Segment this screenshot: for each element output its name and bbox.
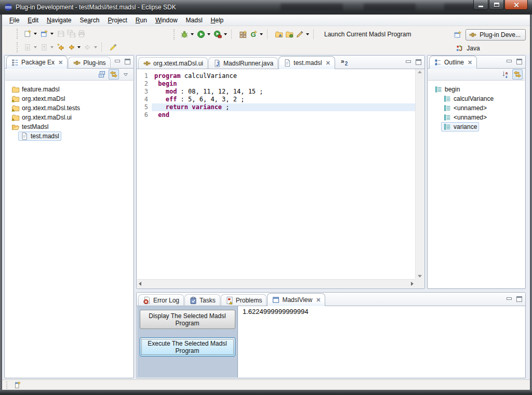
tab-problems[interactable]: Problems: [221, 294, 267, 306]
run-button[interactable]: [196, 29, 206, 40]
menu-edit[interactable]: Edit: [23, 15, 43, 25]
back-button[interactable]: [66, 42, 76, 52]
minimize-view-icon[interactable]: [406, 60, 411, 63]
minimize-view-icon[interactable]: [115, 60, 120, 62]
collapse-all-button[interactable]: [97, 69, 107, 80]
run-ext-dropdown-icon[interactable]: [224, 33, 227, 35]
spy-pen-dropdown-icon[interactable]: [306, 33, 309, 35]
tab-madslview[interactable]: MadslView✕: [267, 293, 325, 306]
new-wizard-icon: [23, 30, 32, 38]
plugin-grid-button[interactable]: [238, 29, 248, 40]
perspective-plugin-dev-button[interactable]: Plug-in Deve...: [466, 29, 526, 41]
vertical-scrollbar[interactable]: [415, 69, 424, 279]
g-star-dropdown-icon[interactable]: [260, 33, 263, 35]
folder-a-button[interactable]: A: [274, 29, 284, 40]
tab-close-icon[interactable]: ✕: [316, 297, 321, 303]
minimize-view-icon[interactable]: [507, 60, 512, 62]
code-line-6[interactable]: end: [152, 111, 415, 119]
scroll-down-icon[interactable]: [418, 275, 422, 278]
menu-project[interactable]: Project: [103, 15, 131, 25]
menu-madsl[interactable]: Madsl: [182, 15, 207, 25]
tab-close-icon[interactable]: ✕: [468, 60, 472, 65]
code-editor[interactable]: 123456 program calculVariance begin mod …: [137, 69, 424, 288]
keyword-token: begin: [158, 80, 177, 87]
sort-button[interactable]: az: [500, 69, 511, 80]
scroll-up-icon[interactable]: [418, 71, 422, 73]
tree-item-unnamed[interactable]: <unnamed>: [428, 113, 525, 122]
new-wizard-button[interactable]: [22, 29, 33, 39]
code-line-3[interactable]: mod : 08, 11, 12, 14, 15 ;: [152, 88, 415, 96]
link-editor-button[interactable]: [512, 69, 523, 80]
tree-item-unnamed[interactable]: <unnamed>: [428, 103, 525, 113]
tab-package-ex[interactable]: Package Ex✕: [6, 56, 68, 69]
tab-outline[interactable]: Outline✕: [429, 56, 477, 69]
menu-file[interactable]: File: [5, 15, 23, 25]
more-tabs-chevron[interactable]: »2: [341, 58, 348, 67]
menu-search[interactable]: Search: [75, 15, 103, 25]
tab-org-xtext-madsl-ui[interactable]: org.xtext.maDsl.ui: [138, 57, 208, 69]
menu-help[interactable]: Help: [207, 15, 228, 25]
maximize-button[interactable]: [489, 0, 504, 10]
tree-item-testmadsl[interactable]: testMadsl: [5, 122, 133, 131]
tab-madslrunner-java[interactable]: JMadslRunner.java: [208, 57, 278, 69]
tab-label: MadslRunner.java: [223, 60, 273, 67]
link-editor-button[interactable]: [109, 69, 119, 80]
tab-tasks[interactable]: Tasks: [184, 294, 220, 306]
tree-item-feature-madsl[interactable]: feature.madsl: [5, 85, 133, 94]
minimize-view-icon[interactable]: [507, 297, 512, 300]
open-perspective-button[interactable]: [453, 30, 463, 40]
plugin-perspective-icon: [469, 31, 477, 39]
maximize-view-icon[interactable]: [125, 59, 130, 64]
folder-pkg-button[interactable]: [284, 29, 295, 40]
tab-test-madsl[interactable]: test.madsl✕: [278, 56, 335, 69]
tab-plug-ins[interactable]: Plug-ins: [68, 57, 110, 68]
code-line-1[interactable]: program calculVariance: [152, 72, 415, 80]
tab-close-icon[interactable]: ✕: [326, 60, 330, 66]
code-line-5[interactable]: return variance ;: [152, 103, 415, 111]
tree-item-test-madsl[interactable]: test.madsl: [5, 131, 133, 141]
minimize-button[interactable]: [473, 0, 488, 10]
last-edit-button[interactable]: [56, 42, 66, 52]
display-the-selected-madsl-program-button[interactable]: Display The Selected Madsl Program: [140, 310, 235, 329]
scroll-left-icon[interactable]: [139, 282, 141, 286]
maximize-view-icon[interactable]: [516, 59, 522, 64]
tree-item-org-xtext-madsl-tests[interactable]: org.xtext.maDsl.tests: [5, 103, 133, 113]
maximize-view-icon[interactable]: [416, 59, 421, 65]
code-line-2[interactable]: begin: [152, 80, 415, 88]
code-area[interactable]: program calculVariance begin mod : 08, 1…: [152, 69, 415, 279]
tree-item-begin[interactable]: begin: [428, 85, 525, 94]
tree-item-org-xtext-madsl-ui[interactable]: org.xtext.maDsl.ui: [5, 113, 133, 122]
tab-close-icon[interactable]: ✕: [58, 60, 63, 65]
view-menu-button[interactable]: [121, 69, 131, 80]
menu-window[interactable]: Window: [151, 15, 182, 25]
menu-run[interactable]: Run: [131, 15, 151, 25]
tab-error-log[interactable]: Error Log: [138, 294, 184, 306]
new-wizard-dropdown-icon[interactable]: [34, 33, 37, 35]
debug-dropdown-icon[interactable]: [191, 33, 194, 35]
tree-item-org-xtext-madsl[interactable]: org.xtext.maDsl: [5, 94, 133, 103]
close-button[interactable]: [504, 0, 528, 10]
scroll-right-icon[interactable]: [411, 282, 414, 286]
execute-the-selected-madsl-program-button[interactable]: Execute The Selected Madsl Program: [140, 337, 235, 357]
toolbar-separator: [267, 30, 272, 39]
debug-button[interactable]: [179, 29, 190, 40]
run-dropdown-icon[interactable]: [207, 33, 210, 35]
g-star-button[interactable]: G: [248, 29, 259, 40]
spy-pen-button[interactable]: [295, 29, 305, 40]
new-fastview-button[interactable]: [39, 29, 49, 39]
tree-item-calculvariance[interactable]: calculVariance: [428, 94, 525, 103]
code-line-4[interactable]: eff : 5, 6, 4, 3, 2 ;: [152, 96, 415, 103]
line-number-gutter: 123456: [137, 69, 152, 279]
back-dropdown-icon[interactable]: [77, 46, 81, 48]
horizontal-scrollbar[interactable]: [137, 279, 415, 288]
perspective-java-button[interactable]: J Java: [453, 43, 483, 54]
fast-view-button[interactable]: [12, 380, 22, 390]
menu-navigate[interactable]: Navigate: [43, 15, 75, 25]
highlighter-button[interactable]: [108, 42, 118, 52]
window-frame-bottom: [0, 390, 532, 395]
tree-item-variance[interactable]: variance: [428, 122, 525, 131]
run-ext-button[interactable]: [212, 29, 223, 40]
maximize-view-icon[interactable]: [516, 296, 522, 302]
launch-current-madsl-program-button[interactable]: Launch Current Madsl Program: [320, 29, 415, 40]
new-fastview-dropdown-icon[interactable]: [50, 33, 54, 35]
